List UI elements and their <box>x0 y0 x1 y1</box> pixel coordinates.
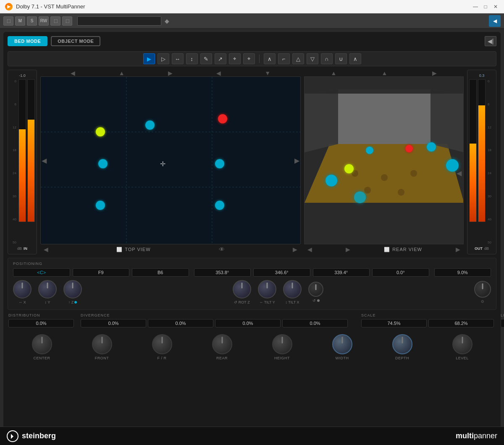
rot2-field[interactable] <box>372 268 429 277</box>
knob-rot2-label: ↺ <box>312 298 316 303</box>
rear-dot-cyan-3[interactable] <box>326 175 337 186</box>
front-knob[interactable] <box>92 334 112 354</box>
fr-knob[interactable] <box>152 334 172 354</box>
rear-view-footer: ◀ ▶ ⬜ REAR VIEW ▶ <box>304 244 464 254</box>
knob-tiltx-group: ↕ TILT X <box>283 280 302 304</box>
knob-z-label-with-dot: ↑ Z <box>68 300 77 304</box>
curve-tri[interactable]: △ <box>292 53 304 64</box>
diamond-icon: ◆ <box>165 18 169 24</box>
rear-dot-red[interactable] <box>405 145 413 152</box>
b6-field[interactable] <box>132 268 189 277</box>
channel-field[interactable] <box>13 268 70 277</box>
stretch-h-tool[interactable]: ↔ <box>172 53 184 64</box>
bed-mode-button[interactable]: BED MODE <box>8 36 47 46</box>
knob-scale[interactable] <box>474 281 491 298</box>
toolbar-btn-1[interactable]: ⬚ <box>3 16 13 26</box>
toolbar-btn-e[interactable]: ⬚ <box>50 16 60 26</box>
curve-arch[interactable]: ∩ <box>321 53 333 64</box>
top-view-canvas[interactable]: ✛ ◀ ▶ <box>40 76 301 244</box>
footer-arrow-left: ◀ <box>44 246 48 253</box>
knob-x[interactable] <box>13 280 32 298</box>
f9-field[interactable] <box>73 268 130 277</box>
knob-dot <box>74 301 77 304</box>
vu-right-scale: 06121824304050 <box>487 79 494 245</box>
rear-arrow-up2: ▲ <box>382 70 388 76</box>
maximize-button[interactable]: □ <box>482 3 489 10</box>
scale-val1[interactable] <box>361 319 427 327</box>
rear-dot-yellow[interactable] <box>344 164 354 173</box>
dot-cyan-3[interactable] <box>215 159 224 168</box>
dot-yellow[interactable] <box>96 127 105 136</box>
toolbar-btn-m[interactable]: M <box>15 16 25 26</box>
toolbar-btn-rw[interactable]: RW <box>39 16 49 26</box>
lfe-val[interactable] <box>501 319 504 327</box>
stretch-v-tool[interactable]: ↕ <box>186 53 198 64</box>
scale-group: SCALE <box>361 313 494 327</box>
divergence-val1[interactable] <box>81 319 146 327</box>
close-button[interactable]: ✕ <box>492 3 499 10</box>
target-tool[interactable]: ⌖ <box>243 53 255 64</box>
rear-knob[interactable] <box>212 334 232 354</box>
divergence-val2[interactable] <box>148 319 213 327</box>
play-tool[interactable]: ▶ <box>143 53 155 64</box>
knob-rot2[interactable] <box>308 282 323 297</box>
curve-corner[interactable]: ⌐ <box>278 53 290 64</box>
side-arrow-left[interactable]: ◀ <box>42 157 47 165</box>
knob-y[interactable] <box>38 280 57 298</box>
tilt-y-field[interactable] <box>253 268 310 277</box>
knob-rotz[interactable] <box>233 280 251 298</box>
divergence-val3[interactable] <box>215 319 281 327</box>
toolbar-btn-b[interactable]: ⬚ <box>62 16 72 26</box>
knob-tiltx[interactable] <box>283 280 302 298</box>
rot-z-field[interactable] <box>194 268 251 277</box>
scale-val2[interactable] <box>428 319 494 327</box>
scale-field[interactable] <box>434 268 491 277</box>
curve-wave[interactable]: ∧ <box>349 53 361 64</box>
dot-cyan-1[interactable] <box>145 120 155 130</box>
object-mode-button[interactable]: OBJECT MODE <box>51 36 100 46</box>
knob-z[interactable] <box>63 280 82 298</box>
svg-marker-5 <box>304 144 463 203</box>
title-bar: ▶ Dolby 7.1 - VST MultiPanner — □ ✕ <box>0 0 504 13</box>
height-knob[interactable] <box>272 334 292 354</box>
crosshair: ✛ <box>160 160 165 168</box>
vu-left-in-label: IN <box>24 246 27 251</box>
dot-red[interactable] <box>218 114 227 123</box>
mode-bar: BED MODE OBJECT MODE ◀| <box>8 36 496 46</box>
minimize-button[interactable]: — <box>472 3 479 10</box>
rear-dot-cyan-1[interactable] <box>366 147 373 154</box>
toolbar-btn-s[interactable]: S <box>27 16 37 26</box>
tilt-x-field[interactable] <box>313 268 370 277</box>
dot-cyan-5[interactable] <box>215 201 224 210</box>
level-knob[interactable] <box>452 334 472 354</box>
curve-valley[interactable]: ∪ <box>335 53 347 64</box>
draw-tool[interactable]: ✎ <box>200 53 212 64</box>
depth-knob[interactable] <box>392 334 412 354</box>
vu-right-db-label: dB <box>484 246 489 251</box>
arrow-up: ▲ <box>119 70 125 76</box>
views-row: -1.0 06121824304050 dB IN <box>8 70 496 254</box>
arrow-tool[interactable]: ▷ <box>158 53 169 64</box>
width-knob[interactable] <box>332 334 352 354</box>
curve-tool[interactable]: ↗ <box>215 53 226 64</box>
rear-view-canvas[interactable]: ◀ <box>304 76 464 244</box>
dot-cyan-4[interactable] <box>96 201 105 210</box>
rear-dot-cyan-4[interactable] <box>354 191 366 203</box>
divergence-val4[interactable] <box>282 319 348 327</box>
link-button[interactable]: ◀ <box>489 15 501 27</box>
navigate-button[interactable]: ◀| <box>485 36 496 46</box>
rear-dot-cyan-2[interactable] <box>427 142 436 152</box>
snap-tool[interactable]: ⌖ <box>229 53 241 64</box>
knob-tilty[interactable] <box>258 280 276 298</box>
curve-inv-tri[interactable]: ▽ <box>307 53 318 64</box>
rear-expand-arrow[interactable]: ◀ <box>457 169 462 177</box>
knob-rotz-group: ↺ ROT Z <box>233 280 251 304</box>
distribution-val[interactable] <box>8 319 74 327</box>
curve-up[interactable]: ∧ <box>264 53 276 64</box>
eye-icon[interactable]: 👁 <box>219 246 225 253</box>
depth-knob-group: DEPTH <box>392 334 412 360</box>
rear-view-label-group: ⬜ REAR VIEW <box>384 247 422 252</box>
side-arrow-right[interactable]: ▶ <box>294 157 299 165</box>
dot-cyan-2[interactable] <box>98 159 108 168</box>
center-knob[interactable] <box>32 334 52 354</box>
